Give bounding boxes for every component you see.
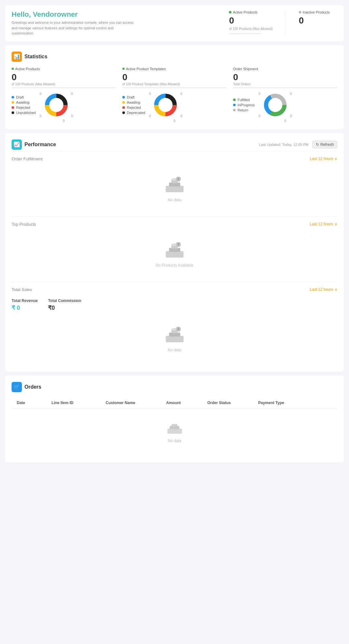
ship-count: 0 [233,72,337,82]
top-products-filter[interactable]: Last 12 hours ∨ [310,222,337,226]
inactive-products-metric: Inactive Products 0 [299,10,337,26]
order-fulfillment-empty: No data [12,164,337,215]
svg-point-9 [158,98,173,112]
col-date: Date [17,401,49,405]
inactive-dot [299,11,301,14]
col-amount: Amount [166,401,205,405]
chevron-down-icon: ∨ [335,156,337,161]
order-fulfillment-no-data: No data [168,198,181,202]
legend-draft: Draft [12,95,36,99]
orders-title: Orders [24,384,41,390]
stat-ap-title: Active Products [12,67,116,71]
order-fulfillment-title: Order Fulfillment [12,156,42,161]
total-sales-filter[interactable]: Last 12 hours ∨ [310,287,337,292]
statistics-header: 📊 Statistics [12,52,337,62]
stats-grid: Active Products 0 of 100 Products (Max A… [12,67,337,123]
revenue-label: Total Revenue [12,298,38,303]
stat-active-products: Active Products 0 of 100 Products (Max A… [12,67,116,123]
order-fulfillment-filter[interactable]: Last 12 hours ∨ [310,156,337,161]
active-products-sub: of 100 Products (Max Allowed) [229,27,273,31]
col-payment-type: Payment Type [258,401,307,405]
tpl-legend-deprecated: Deprecated [122,111,145,115]
orders-table-header: Date Line Item ID Customer Name Amount O… [12,397,337,409]
total-sales-section: Total Sales Last 12 hours ∨ [12,282,337,295]
total-sales-empty: No data [12,314,337,365]
svg-rect-14 [166,186,184,192]
fulfilled-dot [233,99,236,101]
ap-bar [12,87,116,88]
ap-dot [12,68,14,70]
tpl-legend: Draft Awaiting Rejected Deprecated [122,95,145,115]
username-text: Vendorowner [33,10,78,18]
no-products-tray-icon [164,242,185,260]
top-products-title: Top Products [12,222,36,227]
rejected-dot [12,106,14,109]
performance-icon: 📈 [12,139,22,150]
statistics-card: 📊 Statistics Active Products 0 of 100 Pr… [5,45,344,129]
legend-rejected: Rejected [12,106,36,109]
tpl-dot [122,68,125,70]
active-dot [229,11,231,14]
ap-legend: Draft Awaiting Rejected Unpublished [12,95,36,115]
chevron-down-icon-2: ∨ [335,222,337,226]
total-sales-no-data: No data [168,348,181,352]
orders-no-data-text: No data [168,439,181,443]
svg-point-4 [49,98,63,112]
stat-tpl-title: Active Product Templates [122,67,227,71]
greeting-heading: Hello, Vendorowner [12,10,134,19]
col-customer-name: Customer Name [106,401,164,405]
unpublished-dot [12,111,14,114]
ap-chart-row: Draft Awaiting Rejected Unpublished 0 0 [12,92,116,118]
ship-bottom-val: 0 [233,119,337,123]
perf-updated: Last Updated: Today, 12:09 PM [259,143,308,147]
tpl-count: 0 [122,72,227,82]
top-products-empty: No Products Available [12,229,337,280]
draft-dot [12,96,14,99]
ap-bottom-val: 0 [12,119,116,123]
order-fulfillment-section: Order Fulfillment Last 12 hours ∨ [12,151,337,164]
tpl-left-vals: 0 0 [149,92,151,118]
revenue-value: ₹ 0 [12,304,38,311]
tpl-sub: of 100 Product Templates (Max Allowed) [122,82,227,86]
refresh-button[interactable]: ↻ Refresh [312,141,337,148]
ship-legend-fulfilled: Fulfilled [233,98,255,102]
svg-rect-27 [177,244,179,246]
col-order-status: Order Status [207,401,256,405]
ap-count: 0 [12,72,116,82]
header-card: Hello, Vendorowner Greetings and welcome… [5,5,344,41]
inprogress-dot [233,104,236,106]
legend-awaiting: Awaiting [12,100,36,104]
tpl-donut-area: 0 0 0 0 [149,92,182,118]
legend-unpublished: Unpublished [12,111,36,115]
active-products-bar [229,33,261,34]
ap-sub: of 100 Products (Max Allowed) [12,82,116,86]
no-sales-tray-icon [164,327,185,345]
svg-point-13 [268,98,282,112]
header-right: Active Products 0 of 100 Products (Max A… [229,10,337,34]
tpl-awaiting-dot [122,101,125,104]
top-products-no-data: No Products Available [156,263,193,268]
ship-donut-area: 0 0 0 0 [259,92,292,118]
ship-left-vals: 0 0 [259,92,260,118]
refresh-icon: ↻ [316,142,319,147]
active-products-value: 0 [229,15,273,26]
return-dot [233,109,236,111]
ship-sub: Total Orders [233,82,337,86]
performance-header: 📈 Performance Last Updated: Today, 12:09… [12,139,337,150]
awaiting-dot [12,101,14,104]
ap-right-vals: 0 0 [71,92,73,118]
inactive-products-value: 0 [299,15,337,26]
performance-title: Performance [24,142,56,147]
perf-title-area: 📈 Performance [12,139,56,150]
svg-rect-28 [166,336,184,342]
chevron-down-icon-3: ∨ [335,287,337,292]
svg-rect-21 [166,251,184,258]
total-revenue-metric: Total Revenue ₹ 0 [12,298,38,311]
tpl-chart-row: Draft Awaiting Rejected Deprecated 0 0 [122,92,227,118]
orders-no-data: No data [12,409,337,456]
active-products-label: Active Products [229,10,273,14]
tpl-bar [122,87,227,88]
ship-legend-inprogress: InProgress [233,103,255,107]
tpl-deprecated-dot [122,111,125,114]
ship-donut-chart [262,92,288,118]
